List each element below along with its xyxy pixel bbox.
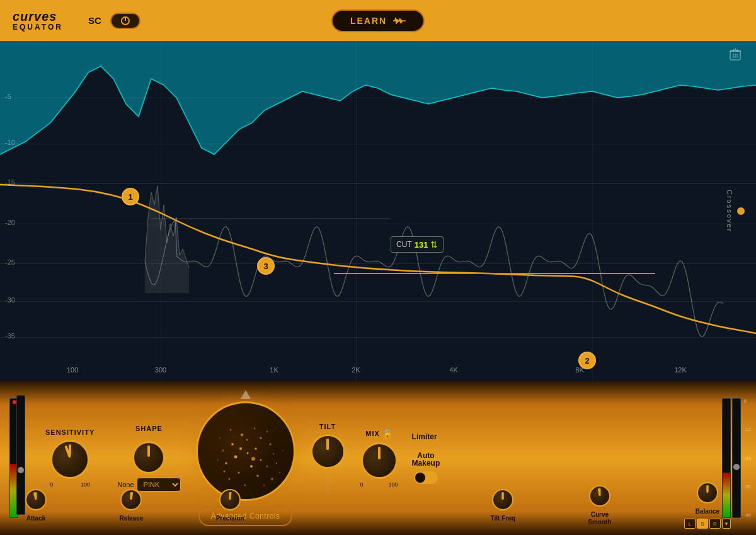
svg-point-29 [255,447,257,450]
sensitivity-knob[interactable] [50,440,89,479]
power-icon [120,16,130,26]
grid-line-2 [0,144,756,144]
toggle-knob [415,473,425,483]
tilt-knob[interactable] [311,434,345,469]
sc-power-button[interactable] [110,13,140,29]
balance-label: Balance [696,508,719,515]
limiter-label: Limiter [412,432,437,441]
lock-icon: 🔓 [382,429,392,439]
left-vu-handle[interactable] [18,467,24,473]
sc-section: SC [88,13,140,29]
delete-button[interactable] [730,49,741,64]
release-knob[interactable] [120,489,142,510]
mix-label: MIX [365,430,380,437]
learn-label: LEARN [350,16,387,26]
grid-line-6 [0,301,756,302]
svg-point-17 [266,466,267,467]
r-vu-12: -12 [743,427,751,432]
svg-point-36 [217,459,218,461]
svg-point-38 [251,457,255,461]
cut-tooltip: CUT 131 ⇅ [391,236,444,253]
crossover-label: Crossover [726,190,733,233]
balance-lcr: L S R ▼ [684,519,731,529]
triangle-icon [241,390,251,399]
balance-dropdown-icon[interactable]: ▼ [722,519,731,529]
svg-point-37 [282,450,284,451]
svg-point-13 [273,453,274,454]
waveform-icon [393,16,406,25]
svg-point-16 [238,472,239,474]
curve-smooth-label: CurveSmooth [588,511,611,526]
balance-knob[interactable] [697,482,718,503]
freq-1k: 1K [270,366,278,374]
grid-line-1 [0,98,756,98]
sc-label: SC [88,15,101,26]
grid-label-10: -10 [5,139,15,146]
svg-point-10 [246,452,248,454]
cyan-line [334,273,655,274]
svg-point-19 [253,428,255,429]
grid-line-5 [0,263,756,264]
tilt-freq-knob[interactable] [492,489,513,510]
eq-node-1[interactable]: 1 [122,188,139,205]
svg-point-32 [279,472,280,473]
r-vu-0: 0 [743,398,751,404]
svg-point-23 [256,475,259,477]
limiter-section: Limiter [412,432,437,441]
eq-display: -5 -10 -15 -20 -25 -30 -35 100 300 1K 2K… [0,41,756,381]
right-vu-handle[interactable] [733,464,740,470]
grid-label-20: -20 [5,219,15,226]
cut-arrow-icon: ⇅ [430,239,438,250]
balance-l-button[interactable]: L [684,519,696,529]
attack-section: Attack [25,489,47,522]
balance-section: Balance L S R ▼ [684,482,731,529]
r-vu-24: -24 [743,456,751,461]
svg-point-35 [271,478,273,480]
sensitivity-label: SENSITIVITY [45,429,94,436]
svg-point-18 [222,450,224,452]
svg-point-34 [229,429,231,431]
grid-label-15: -15 [5,178,15,186]
attack-label: Attack [26,515,46,522]
svg-point-28 [234,456,237,459]
freq-100: 100 [67,366,78,374]
svg-point-30 [266,431,267,432]
attack-knob[interactable] [25,489,47,510]
balance-r-button[interactable]: R [709,519,721,529]
tilt-label: TILT [319,423,336,430]
svg-point-20 [241,434,243,436]
grid-label-25: -25 [5,258,15,266]
shape-label: SHAPE [135,425,163,432]
svg-point-15 [250,465,253,468]
release-label: Release [119,515,143,522]
svg-point-22 [228,478,230,480]
balance-s-button[interactable]: S [697,519,708,529]
svg-point-24 [275,463,277,464]
shape-knob[interactable] [132,441,165,474]
eq-node-2[interactable]: 2 [578,352,596,369]
learn-button[interactable]: LEARN [331,9,425,32]
header: curves EQUATOR SC LEARN [0,0,756,41]
mix-section: MIX 🔓 0 100 [360,429,398,488]
crossover-dot[interactable] [737,207,745,215]
curve-smooth-section: CurveSmooth [588,485,611,526]
svg-point-11 [231,443,234,446]
eq-node-3[interactable]: 3 [257,257,275,275]
precision-knob[interactable] [219,489,241,510]
svg-point-40 [260,459,261,461]
tilt-freq-label: Tilt Freq [491,515,515,522]
bottom-controls: 0 -12 -24 -36 -48 SENSITIVITY 0 100 SHAP… [0,381,756,535]
bottom-row: Attack Release Precision Tilt Freq [0,482,756,529]
grid-label-5: -5 [5,93,11,100]
release-section: Release [119,489,143,522]
auto-makeup-section: Auto Makeup [412,451,440,484]
freq-4k: 4K [449,366,457,374]
curve-smooth-knob[interactable] [589,485,610,507]
grid-label-30: -30 [5,296,15,304]
mix-knob[interactable] [361,442,398,479]
svg-point-33 [246,439,247,440]
vert-line-2 [356,41,357,381]
spectrum-canvas [0,41,756,381]
logo-curves: curves [13,9,63,24]
grid-line-7 [0,337,756,338]
